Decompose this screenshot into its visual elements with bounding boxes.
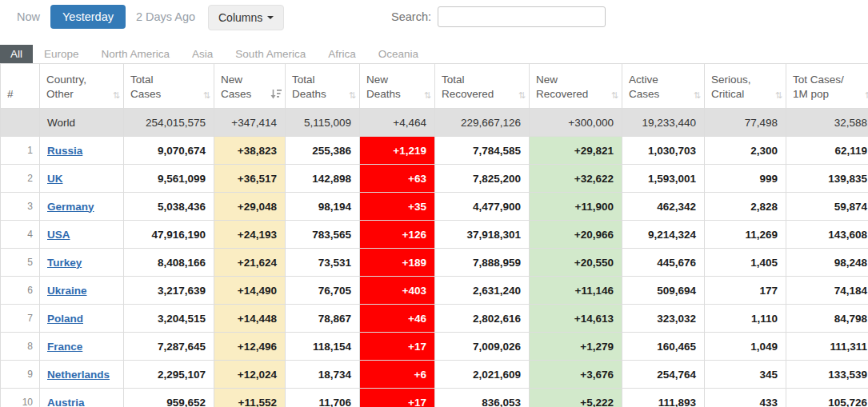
cell-rank <box>1 109 40 137</box>
region-tab-north-america[interactable]: North America <box>90 45 182 63</box>
cell-cases-per-1m: 74,184 <box>786 277 868 305</box>
column-header-total-deaths[interactable]: TotalDeaths⇅ <box>286 64 360 109</box>
column-header-label: TotalCases <box>130 73 207 102</box>
cell-new-cases: +347,414 <box>214 109 286 137</box>
column-header-label: Serious,Critical <box>711 73 779 102</box>
time-tab-yesterday[interactable]: Yesterday <box>50 5 126 29</box>
column-header-cases-per-1m[interactable]: Tot Cases/1M pop⇅ <box>786 64 868 109</box>
cell-new-recovered: +14,613 <box>530 305 622 333</box>
sort-icon: ⇅ <box>203 90 210 101</box>
cell-active-cases: 19,233,440 <box>622 109 705 137</box>
cell-country: Germany <box>40 193 124 221</box>
cell-total-cases: 2,295,107 <box>124 361 214 389</box>
cell-total-deaths: 783,565 <box>286 221 360 249</box>
cell-new-cases: +12,024 <box>214 361 286 389</box>
cell-new-recovered: +300,000 <box>530 109 622 137</box>
cell-active-cases: 111,893 <box>622 389 705 407</box>
cell-total-recovered: 7,784,585 <box>435 137 530 165</box>
column-header-active-cases[interactable]: ActiveCases⇅ <box>622 64 705 109</box>
sort-icon: ⇅ <box>349 90 356 101</box>
region-tab-europe[interactable]: Europe <box>33 45 90 63</box>
column-header-serious-critical[interactable]: Serious,Critical⇅ <box>705 64 786 109</box>
cell-country: Austria <box>40 389 124 407</box>
column-header-new-recovered[interactable]: NewRecovered⇅ <box>530 64 622 109</box>
time-tab-now[interactable]: Now <box>6 6 50 28</box>
table-row-poland: 7Poland3,204,515+14,44878,867+462,802,61… <box>1 305 868 333</box>
country-link-uk[interactable]: UK <box>47 173 63 185</box>
country-link-netherlands[interactable]: Netherlands <box>47 369 110 381</box>
column-header-total-cases[interactable]: TotalCases⇅ <box>124 64 214 109</box>
cell-serious-critical: 433 <box>705 389 786 407</box>
columns-button[interactable]: Columns <box>208 5 284 30</box>
cell-new-recovered: +11,146 <box>530 277 622 305</box>
table-row-uk: 2UK9,561,099+36,517142,898+637,825,200+3… <box>1 165 868 193</box>
cell-serious-critical: 2,828 <box>705 193 786 221</box>
time-tab-2-days-ago[interactable]: 2 Days Ago <box>126 6 206 28</box>
cell-total-recovered: 37,918,301 <box>435 221 530 249</box>
cell-total-cases: 959,652 <box>124 389 214 407</box>
caret-down-icon <box>267 16 274 19</box>
cell-new-recovered: +20,966 <box>530 221 622 249</box>
cell-total-deaths: 18,734 <box>286 361 360 389</box>
sort-icon: ⇅ <box>424 90 431 101</box>
region-tab-africa[interactable]: Africa <box>317 45 367 63</box>
country-link-usa[interactable]: USA <box>47 229 70 241</box>
cell-total-recovered: 4,477,900 <box>435 193 530 221</box>
cell-total-deaths: 255,386 <box>286 137 360 165</box>
covid-stats-table: #Country,Other⇅TotalCases⇅NewCasesTotalD… <box>0 63 868 407</box>
cell-cases-per-1m: 84,798 <box>786 305 868 333</box>
cell-total-cases: 8,408,166 <box>124 249 214 277</box>
country-link-ukraine[interactable]: Ukraine <box>47 285 87 297</box>
column-header-new-cases[interactable]: NewCases <box>214 64 286 109</box>
region-tab-all[interactable]: All <box>0 45 33 63</box>
cell-total-deaths: 11,706 <box>286 389 360 407</box>
sort-icon: ⇅ <box>865 90 868 101</box>
cell-new-cases: +38,823 <box>214 137 286 165</box>
cell-new-deaths: +4,464 <box>360 109 435 137</box>
cell-new-deaths: +46 <box>360 305 435 333</box>
columns-button-label: Columns <box>218 11 262 24</box>
toolbar: NowYesterday2 Days Ago Columns Search: <box>0 0 868 45</box>
country-link-russia[interactable]: Russia <box>47 145 82 157</box>
cell-total-recovered: 2,021,609 <box>435 361 530 389</box>
region-tab-asia[interactable]: Asia <box>181 45 224 63</box>
column-header-label: TotalDeaths <box>292 73 353 102</box>
region-tab-oceania[interactable]: Oceania <box>367 45 430 63</box>
country-link-poland[interactable]: Poland <box>47 313 83 325</box>
cell-new-cases: +36,517 <box>214 165 286 193</box>
column-header-new-deaths[interactable]: NewDeaths⇅ <box>360 64 435 109</box>
cell-total-cases: 7,287,645 <box>124 333 214 361</box>
sort-icon: ⇅ <box>775 90 782 101</box>
cell-serious-critical: 345 <box>705 361 786 389</box>
country-link-france[interactable]: France <box>47 341 82 353</box>
country-link-austria[interactable]: Austria <box>47 397 85 407</box>
country-link-turkey[interactable]: Turkey <box>47 257 82 269</box>
cell-total-deaths: 73,531 <box>286 249 360 277</box>
cell-cases-per-1m: 59,874 <box>786 193 868 221</box>
sort-icon: ⇅ <box>113 90 120 101</box>
search-group: Search: <box>391 6 606 27</box>
cell-total-cases: 3,217,639 <box>124 277 214 305</box>
search-input[interactable] <box>438 6 606 27</box>
cell-new-cases: +29,048 <box>214 193 286 221</box>
cell-cases-per-1m: 62,119 <box>786 137 868 165</box>
cell-total-cases: 47,916,190 <box>124 221 214 249</box>
cell-new-deaths: +126 <box>360 221 435 249</box>
cell-serious-critical: 11,269 <box>705 221 786 249</box>
cell-country: USA <box>40 221 124 249</box>
country-link-germany[interactable]: Germany <box>47 201 94 213</box>
sort-desc-icon <box>270 89 282 102</box>
table-row-netherlands: 9Netherlands2,295,107+12,02418,734+62,02… <box>1 361 868 389</box>
column-header-country[interactable]: Country,Other⇅ <box>40 64 124 109</box>
cell-total-cases: 254,015,575 <box>124 109 214 137</box>
cell-new-cases: +14,490 <box>214 277 286 305</box>
cell-new-deaths: +17 <box>360 333 435 361</box>
cell-new-cases: +14,448 <box>214 305 286 333</box>
cell-total-recovered: 7,009,026 <box>435 333 530 361</box>
cell-serious-critical: 1,049 <box>705 333 786 361</box>
region-tab-south-america[interactable]: South America <box>224 45 317 63</box>
column-header-total-recovered[interactable]: TotalRecovered⇅ <box>435 64 530 109</box>
cell-new-recovered: +29,821 <box>530 137 622 165</box>
cell-country: Turkey <box>40 249 124 277</box>
cell-serious-critical: 2,300 <box>705 137 786 165</box>
